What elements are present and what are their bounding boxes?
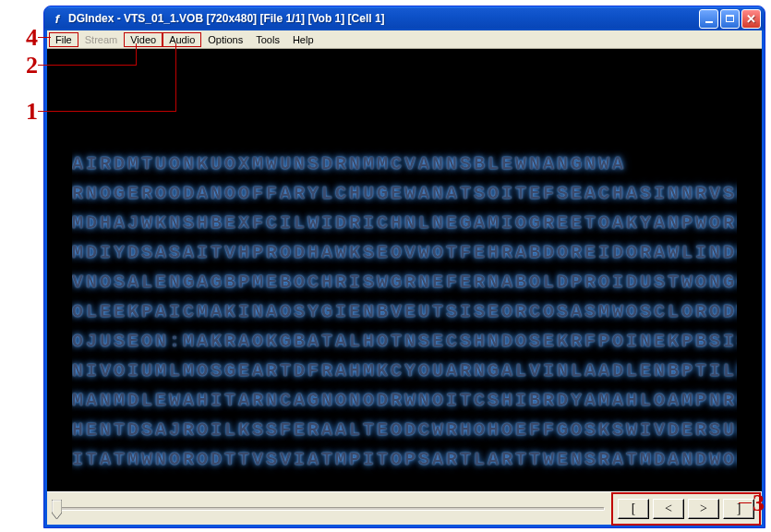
nav-button-group: [ < > ] — [616, 497, 756, 521]
seek-slider[interactable] — [53, 507, 605, 511]
credits-line: MANMDLEWAHITARNCAGNONODRWNOITCSHIBRDYAMA… — [72, 386, 737, 416]
slider-thumb-icon — [52, 500, 62, 519]
minimize-button[interactable] — [699, 9, 718, 29]
step-back-button[interactable]: < — [653, 499, 684, 519]
mark-in-button[interactable]: [ — [618, 499, 649, 519]
menu-help[interactable]: Help — [286, 32, 320, 47]
credits-line: OJUSEON:MAKRAOKGBATALHOTNSECSHNDOSEKRFPO… — [72, 327, 737, 357]
app-window: f DGIndex - VTS_01_1.VOB [720x480] [File… — [43, 6, 765, 528]
maximize-button[interactable] — [720, 9, 740, 29]
close-button[interactable]: ✕ — [741, 9, 761, 29]
maximize-icon — [726, 15, 734, 22]
video-frame: AIRDMTUONKUOXMWUNSDRNMMCVANNSBLEWNANGNWA… — [72, 58, 737, 483]
titlebar[interactable]: f DGIndex - VTS_01_1.VOB [720x480] [File… — [44, 6, 765, 30]
window-title: DGIndex - VTS_01_1.VOB [720x480] [File 1… — [68, 12, 699, 25]
credits-line: VNOSALENGAGBPMEBOCHRISWGRNEFERNABOLDPROI… — [72, 268, 737, 297]
transport-bar: [ < > ] — [47, 491, 762, 525]
svg-marker-0 — [52, 500, 62, 519]
credits-line: HENTDSAJROILKSSFERAALTEODCWRHOHOEFFGOSKS… — [72, 416, 737, 445]
annotation-4: 4 — [26, 24, 38, 52]
credits-line: NIVOIUMLMOSGEARTDFRAHMKCYOUARNGALVINLAAD… — [72, 357, 737, 386]
credits-line: AIRDMTUONKUOXMWUNSDRNMMCVANNSBLEWNANGNWA — [72, 150, 737, 179]
credits-line: ITATMWNORODTTVSVIATMPITOPSARTLARTTWENSRA… — [72, 445, 737, 475]
annotation-2: 2 — [26, 52, 38, 79]
mark-out-button[interactable]: ] — [723, 499, 754, 519]
client-area: File Stream Video Audio Options Tools He… — [47, 30, 762, 525]
menu-options[interactable]: Options — [201, 32, 249, 47]
credits-line: MDIYDSASAITVHPRODHAWKSEOVWOTFEHRABDOREID… — [72, 238, 737, 268]
step-forward-button[interactable]: > — [688, 499, 719, 519]
minimize-icon — [705, 21, 713, 23]
close-icon: ✕ — [746, 13, 756, 25]
menu-tools[interactable]: Tools — [249, 32, 286, 47]
menu-video[interactable]: Video — [124, 32, 163, 47]
menubar: File Stream Video Audio Options Tools He… — [47, 30, 762, 49]
credits-line: RNOGEROODANOOFFARYLCHUGEWANATSOITEFSEACH… — [72, 179, 737, 209]
app-icon: f — [50, 11, 65, 26]
credits-line: MDHAJWKNSHBEXFCILWIDRICHNLNEGAMIOGREETOA… — [72, 209, 737, 238]
menu-stream: Stream — [78, 32, 124, 47]
video-preview: AIRDMTUONKUOXMWUNSDRNMMCVANNSBLEWNANGNWA… — [47, 49, 762, 491]
credits-line: OLEEKPAICMAKINAOSYGIENBVEUTSISEORCOSASMW… — [72, 297, 737, 327]
annotation-3: 3 — [753, 490, 765, 517]
menu-file[interactable]: File — [49, 32, 78, 47]
annotation-1: 1 — [26, 98, 38, 126]
menu-audio[interactable]: Audio — [163, 32, 201, 47]
